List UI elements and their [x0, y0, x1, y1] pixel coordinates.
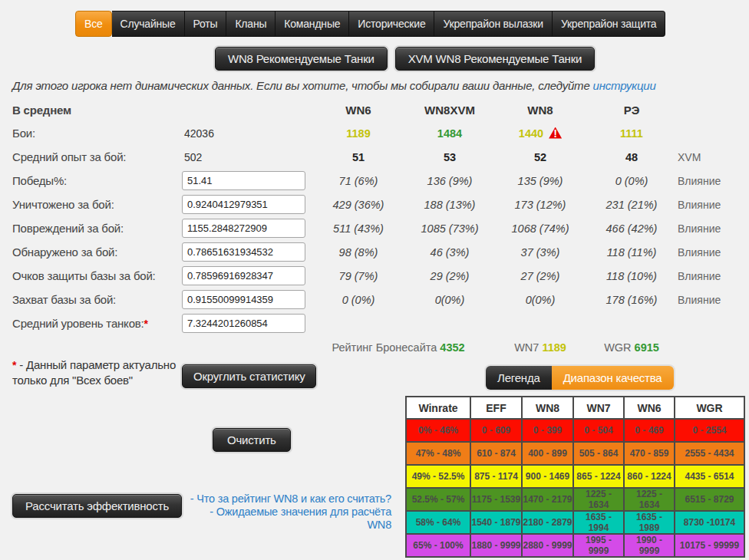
column-header-wn8xvm: WN8XVM: [410, 104, 490, 117]
quality-cell: 0 - 469: [624, 419, 675, 442]
quality-header-wn8: WN8: [522, 397, 573, 419]
tab-stronghold-defense[interactable]: Укрепрайон защита: [553, 11, 666, 37]
stat-row-avg-exp: Средний опыт за бой:50251535248XVM: [0, 145, 749, 169]
notice-text: Для этого игрока нет динамических данных…: [12, 79, 593, 92]
warning-icon: !: [549, 127, 562, 139]
stat-input-frags[interactable]: [182, 195, 305, 214]
bronesite-rating-label: Рейтинг Бронесайта: [332, 341, 440, 354]
legend-button[interactable]: Легенда: [486, 366, 552, 390]
quality-cell: 505 - 864: [573, 442, 624, 465]
calculate-efficiency-button[interactable]: Рассчитать эффективность: [12, 494, 182, 518]
stat-value-cell-defense: [182, 266, 307, 285]
section-title: В среднем: [12, 104, 182, 117]
quality-cell: 610 - 874: [470, 442, 522, 465]
stat-value-cell-damage: [182, 219, 307, 238]
quality-cell: 865 - 1224: [573, 465, 624, 488]
stat-row-battles: Бои:42036118914841440!1111: [0, 121, 749, 145]
wn8-recommended-tanks-button[interactable]: WN8 Рекомендуемые Танки: [215, 47, 388, 71]
stat-value-avg-exp: 502: [182, 151, 202, 163]
stat-label-defense: Очков защиты базы за бой:: [12, 269, 182, 282]
stat-label-spotted: Обнаружено за бой:: [12, 245, 182, 259]
stat-row-defense: Очков защиты базы за бой:79 (7%)29 (2%)2…: [0, 264, 749, 288]
quality-cell: 2880 - 9999: [522, 534, 573, 557]
stat-row-winrate: Победы%:71 (6%)136 (9%)135 (9%)0 (0%)Вли…: [0, 169, 749, 193]
wn8-rating-info-link[interactable]: - Что за рейтинг WN8 и как его считать?: [183, 492, 391, 506]
wn8-expected-values-link[interactable]: - Ожидаемые значения для расчёта WN8: [183, 506, 391, 532]
quality-range-button[interactable]: Диапазон качества: [552, 366, 674, 390]
tab-stronghold-sorties[interactable]: Укрепрайон вылазки: [434, 11, 552, 37]
stat-value-cell-frags: [182, 195, 307, 214]
stat-avg-exp-wn8xvm: 53: [410, 150, 490, 164]
instructions-link[interactable]: инструкции: [593, 79, 656, 92]
stat-defense-wn6: 79 (7%): [307, 269, 410, 283]
quality-cell: 49% - 52.5%: [406, 465, 470, 488]
stat-row-avg-tier: Средний уровень танков:*: [0, 311, 749, 335]
stat-label-battles: Бои:: [12, 127, 182, 140]
tab-random[interactable]: Случайные: [112, 11, 185, 37]
stat-value-cell-avg-exp: 502: [182, 150, 307, 164]
stat-right-spotted: Влияние: [672, 246, 749, 259]
required-asterisk: *: [144, 318, 148, 330]
stat-input-defense[interactable]: [182, 266, 305, 285]
quality-table: WinrateEFFWN8WN7WN6WGR 0% - 46%0 - 6090 …: [405, 396, 745, 558]
stat-defense-re: 118 (10%): [591, 269, 672, 283]
quality-row-5: 65% - 100%1880 - 99992880 - 99991995 - 9…: [406, 534, 744, 557]
quality-cell: 470 - 859: [624, 442, 675, 465]
quality-cell: 0 - 504: [573, 419, 624, 442]
quality-cell: 1995 - 9999: [573, 534, 624, 557]
ratings-row: Рейтинг Бронесайта 4352 WN7 1189 WGR 691…: [0, 335, 749, 359]
bronesite-rating-value: 4352: [440, 341, 464, 354]
quality-cell: 1635 - 1989: [624, 511, 675, 534]
tab-clans[interactable]: Кланы: [226, 11, 276, 37]
stat-frags-wn8: 173 (12%): [490, 198, 591, 212]
tab-historical[interactable]: Исторические: [349, 11, 434, 37]
quality-cell: 1540 - 1879: [470, 511, 522, 534]
warning-exclamation: !: [549, 128, 562, 139]
stat-value-cell-spotted: [182, 242, 307, 262]
wgr-rating-value: 6915: [635, 341, 659, 354]
stat-input-capture[interactable]: [182, 290, 305, 309]
stat-spotted-wn8xvm: 46 (3%): [410, 245, 490, 259]
stat-avg-exp-wn8: 52: [490, 150, 591, 164]
stat-frags-wn8xvm: 188 (13%): [410, 198, 490, 212]
stat-label-capture: Захват базы за бой:: [12, 293, 182, 306]
stat-label-avg-tier: Средний уровень танков:*: [12, 317, 182, 330]
wn7-rating: WN7 1189: [490, 341, 591, 354]
stat-input-avg-tier[interactable]: [182, 314, 305, 333]
stat-value-cell-winrate: [182, 171, 307, 190]
info-links: - Что за рейтинг WN8 и как его считать?-…: [183, 492, 391, 532]
xvm-wn8-recommended-tanks-button[interactable]: XVM WN8 Рекомендуемые Танки: [395, 47, 596, 71]
stat-input-damage[interactable]: [182, 219, 305, 238]
stat-damage-re: 466 (42%): [591, 222, 672, 236]
stat-right-winrate: Влияние: [672, 175, 749, 187]
quality-cell: 6515 - 8729: [675, 488, 744, 511]
stat-defense-wn8: 27 (2%): [490, 269, 591, 283]
bronesite-rating: Рейтинг Бронесайта 4352: [307, 341, 490, 354]
stat-winrate-wn8: 135 (9%): [490, 174, 591, 188]
clear-button[interactable]: Очистить: [213, 428, 291, 452]
stat-frags-re: 231 (21%): [591, 198, 672, 212]
stat-winrate-wn6: 71 (6%): [307, 174, 410, 188]
stat-winrate-re: 0 (0%): [591, 174, 672, 188]
tab-companies[interactable]: Роты: [185, 11, 227, 37]
stat-input-spotted[interactable]: [182, 242, 305, 262]
stat-spotted-wn8: 37 (3%): [490, 245, 591, 259]
stat-capture-wn6: 0 (0%): [307, 293, 410, 307]
quality-cell: 875 - 1174: [470, 465, 522, 488]
stat-right-capture: Влияние: [672, 294, 749, 306]
tab-bar: ВсеСлучайныеРотыКланыКомандныеИсторическ…: [75, 11, 665, 37]
stat-winrate-wn8xvm: 136 (9%): [410, 174, 490, 188]
wn7-rating-value: 1189: [542, 341, 566, 354]
quality-cell: 400 - 899: [522, 442, 573, 465]
tab-team[interactable]: Командные: [276, 11, 349, 37]
stat-input-winrate[interactable]: [182, 171, 305, 190]
quality-cell: 58% - 64%: [406, 511, 470, 534]
tab-all[interactable]: Все: [75, 11, 112, 37]
quality-cell: 1470 - 2179: [522, 488, 573, 511]
quality-header-row: WinrateEFFWN8WN7WN6WGR: [406, 397, 744, 419]
quality-header-wn6: WN6: [624, 397, 675, 419]
stat-damage-wn8: 1068 (74%): [490, 222, 591, 236]
column-header-re: РЭ: [591, 104, 672, 117]
column-header-wn8: WN8: [490, 104, 591, 117]
round-statistics-button[interactable]: Округлить статистику: [182, 364, 316, 388]
